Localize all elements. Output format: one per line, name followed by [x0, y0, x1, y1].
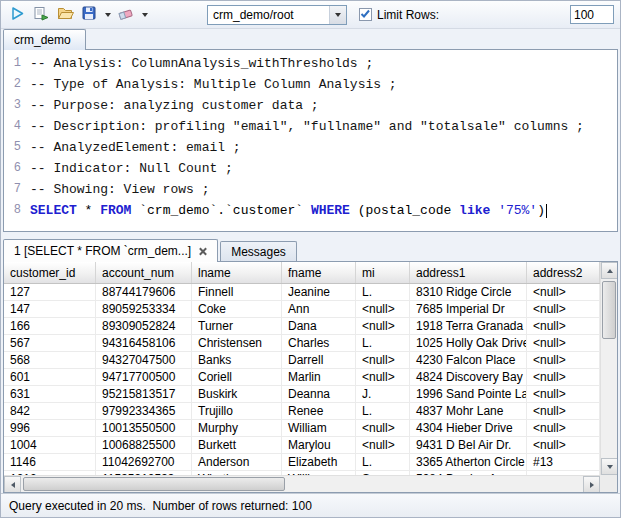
scroll-up-button[interactable] [601, 262, 618, 279]
column-header-customer_id[interactable]: customer_id [4, 262, 96, 283]
clear-editor-button[interactable] [114, 4, 138, 26]
text-caret [546, 204, 547, 218]
horizontal-scrollbar[interactable] [4, 475, 600, 492]
table-cell: <null> [356, 369, 410, 385]
connection-combo[interactable]: crm_demo/root [207, 5, 347, 25]
table-cell: 9431 D Bel Air Dr. [410, 437, 527, 453]
table-cell: 94316458106 [96, 335, 192, 351]
horizontal-scroll-thumb[interactable] [23, 477, 285, 491]
table-cell: 4230 Falcon Place [410, 352, 527, 368]
run-query-button[interactable] [5, 4, 29, 26]
table-cell: 3365 Atherton Circle [410, 454, 527, 470]
table-cell: L. [356, 403, 410, 419]
horizontal-scroll-track[interactable] [21, 476, 583, 492]
arrow-left-icon [11, 482, 15, 488]
status-text: Query executed in 20 ms. Number of rows … [9, 499, 312, 513]
code-line[interactable]: 2-- Type of Analysis: Multiple Column An… [4, 74, 617, 95]
line-number: 4 [4, 116, 30, 137]
arrow-down-icon [607, 465, 613, 469]
table-row[interactable]: 63195215813517BuskirkDeannaJ.1996 Sand P… [4, 386, 600, 403]
table-cell: 8310 Ridge Circle [410, 284, 527, 300]
connection-combo-value: crm_demo/root [208, 8, 329, 22]
table-cell: Dana [282, 318, 356, 334]
column-header-lname[interactable]: lname [192, 262, 282, 283]
table-row[interactable]: 16689309052824TurnerDana<null>1918 Terra… [4, 318, 600, 335]
column-header-mi[interactable]: mi [356, 262, 410, 283]
scroll-left-button[interactable] [4, 476, 21, 493]
checkmark-icon [360, 8, 371, 22]
table-body: 12788744179606FinnellJeanineL.8310 Ridge… [4, 284, 600, 475]
table-cell: <null> [527, 352, 600, 368]
code-line[interactable]: 7-- Showing: View rows ; [4, 179, 617, 200]
run-selection-button[interactable] [29, 4, 53, 26]
table-cell: William [282, 420, 356, 436]
table-cell: <null> [527, 403, 600, 419]
editor-tab-label: crm_demo [14, 33, 71, 47]
table-cell: 89309052824 [96, 318, 192, 334]
line-number: 2 [4, 74, 30, 95]
eraser-icon [118, 7, 134, 23]
sql-editor[interactable]: 1-- Analysis: ColumnAnalysis_withThresho… [3, 50, 618, 232]
table-cell: Jeanine [282, 284, 356, 300]
table-cell: Marylou [282, 437, 356, 453]
scroll-down-button[interactable] [601, 458, 618, 475]
column-header-address2[interactable]: address2 [527, 262, 600, 283]
table-cell: J. [356, 386, 410, 402]
editor-tab-crm-demo[interactable]: crm_demo [3, 29, 86, 50]
table-row[interactable]: 60194717700500CoriellMarlin<null>4824 Di… [4, 369, 600, 386]
scroll-right-button[interactable] [583, 476, 600, 493]
table-row[interactable]: 99610013550500MurphyWilliam<null>4304 Hi… [4, 420, 600, 437]
line-number: 6 [4, 158, 30, 179]
run-selection-icon [33, 6, 49, 24]
table-row[interactable]: 56894327047500BanksDarrell<null>4230 Fal… [4, 352, 600, 369]
vertical-scroll-track[interactable] [601, 279, 617, 458]
table-cell: Coke [192, 301, 282, 317]
column-header-account_num[interactable]: account_num [96, 262, 192, 283]
code-line[interactable]: 8SELECT * FROM `crm_demo`.`customer` WHE… [4, 200, 617, 221]
close-tab-icon[interactable] [198, 247, 207, 256]
table-row[interactable]: 84297992334365TrujilloReneeL.4837 Mohr L… [4, 403, 600, 420]
limit-rows-input[interactable] [570, 5, 614, 24]
results-grid: customer_idaccount_numlnamefnamemiaddres… [3, 261, 618, 493]
table-row[interactable]: 114611042692700AndersonElizabethL.3365 A… [4, 454, 600, 471]
table-cell: 1004 [4, 437, 96, 453]
table-cell: 1918 Terra Granada [410, 318, 527, 334]
table-cell: 94327047500 [96, 352, 192, 368]
results-tab-messages[interactable]: Messages [220, 241, 297, 261]
table-row[interactable]: 12788744179606FinnellJeanineL.8310 Ridge… [4, 284, 600, 301]
table-cell: Coriell [192, 369, 282, 385]
table-cell: Marlin [282, 369, 356, 385]
table-row[interactable]: 14789059253334CokeAnn<null>7685 Imperial… [4, 301, 600, 318]
table-cell: 567 [4, 335, 96, 351]
table-cell: Charles [282, 335, 356, 351]
save-button[interactable] [77, 4, 101, 26]
save-menu-button[interactable] [101, 4, 114, 26]
clear-menu-button[interactable] [138, 4, 151, 26]
open-file-button[interactable] [53, 4, 77, 26]
combo-dropdown-button[interactable] [329, 6, 346, 24]
table-cell: <null> [527, 301, 600, 317]
table-cell: 568 [4, 352, 96, 368]
code-text: SELECT * FROM `crm_demo`.`customer` WHER… [30, 200, 547, 221]
vertical-scrollbar[interactable] [600, 262, 617, 475]
table-cell: #13 [527, 454, 600, 470]
code-line[interactable]: 3-- Purpose: analyzing customer data ; [4, 95, 617, 116]
table-cell: 7685 Imperial Dr [410, 301, 527, 317]
code-line[interactable]: 5-- AnalyzedElement: email ; [4, 137, 617, 158]
code-line[interactable]: 1-- Analysis: ColumnAnalysis_withThresho… [4, 53, 617, 74]
table-cell: <null> [356, 437, 410, 453]
code-line[interactable]: 4-- Description: profiling "email", "ful… [4, 116, 617, 137]
table-cell: Trujillo [192, 403, 282, 419]
table-cell: Darrell [282, 352, 356, 368]
table-row[interactable]: 100410068825500BurkettMarylou<null>9431 … [4, 437, 600, 454]
column-header-fname[interactable]: fname [282, 262, 356, 283]
code-text: -- Showing: View rows ; [30, 179, 209, 200]
table-cell: 4824 Discovery Bay [410, 369, 527, 385]
vertical-scroll-thumb[interactable] [602, 281, 616, 339]
column-header-address1[interactable]: address1 [410, 262, 527, 283]
results-tab-query[interactable]: 1 [SELECT * FROM `crm_dem...] [3, 239, 218, 262]
limit-rows-checkbox[interactable] [359, 8, 372, 21]
table-cell: Elizabeth [282, 454, 356, 470]
table-row[interactable]: 56794316458106ChristensenCharlesL.1025 H… [4, 335, 600, 352]
code-line[interactable]: 6-- Indicator: Null Count ; [4, 158, 617, 179]
